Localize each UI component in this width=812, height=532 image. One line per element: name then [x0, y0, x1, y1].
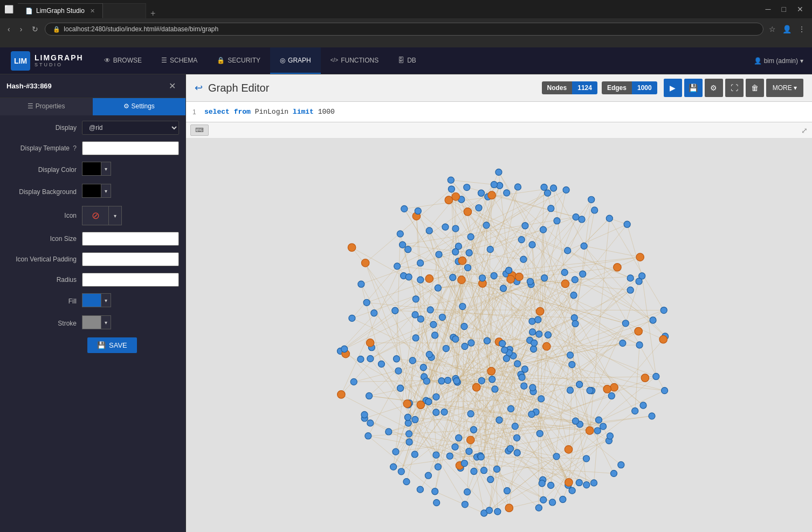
svg-point-423 — [433, 409, 439, 416]
svg-point-514 — [358, 281, 364, 287]
svg-point-559 — [608, 392, 615, 399]
svg-point-496 — [535, 316, 541, 323]
fill-label: Fill — [6, 298, 82, 305]
save-button[interactable]: 💾 SAVE — [87, 337, 137, 353]
sidebar-close-button[interactable]: ✕ — [166, 80, 179, 92]
svg-point-656 — [521, 366, 528, 372]
svg-point-505 — [543, 342, 551, 350]
icon-vertical-padding-input[interactable] — [82, 252, 179, 266]
back-button[interactable]: ‹ — [4, 23, 13, 36]
display-control: @rid — [82, 121, 179, 135]
minimize-button[interactable]: ─ — [761, 4, 775, 15]
icon-size-input[interactable] — [82, 232, 179, 246]
radius-input[interactable] — [82, 273, 179, 287]
nav-item-graph[interactable]: ◎ GRAPH — [270, 47, 321, 74]
bookmark-button[interactable]: ☆ — [767, 23, 778, 36]
delete-graph-button[interactable]: 🗑 — [746, 79, 764, 97]
svg-point-417 — [452, 225, 459, 232]
svg-point-644 — [572, 320, 579, 327]
svg-point-531 — [390, 464, 397, 470]
svg-point-571 — [594, 427, 601, 434]
svg-point-425 — [588, 196, 595, 203]
brand-initial: LIM — [14, 57, 27, 65]
icon-size-label: Icon Size — [6, 235, 82, 243]
svg-point-458 — [442, 224, 449, 230]
play-button[interactable]: ▶ — [664, 79, 682, 97]
more-button[interactable]: MORE ▾ — [766, 79, 803, 97]
svg-point-567 — [412, 296, 419, 302]
svg-point-671 — [622, 320, 629, 327]
new-tab-button[interactable]: + — [146, 9, 160, 18]
icon-label: Icon — [6, 212, 82, 219]
icon-main-button[interactable]: ⊘ — [82, 206, 109, 225]
display-select[interactable]: @rid — [82, 121, 179, 135]
fill-swatch[interactable] — [82, 293, 101, 307]
refresh-button[interactable]: ↻ — [29, 23, 42, 36]
extensions-button[interactable]: ⋮ — [796, 23, 808, 36]
svg-point-599 — [653, 373, 659, 379]
svg-point-646 — [487, 367, 496, 375]
nav-item-browse[interactable]: 👁 BROWSE — [94, 47, 152, 74]
svg-point-618 — [338, 391, 346, 399]
graph-canvas[interactable]: Hash User PinLogin — [186, 139, 812, 532]
fullscreen-button[interactable]: ⛶ — [725, 79, 744, 97]
svg-point-525 — [423, 378, 430, 384]
user-icon: 👤 — [754, 57, 762, 65]
nav-item-security[interactable]: 🔒 SECURITY — [207, 47, 270, 74]
svg-point-551 — [504, 487, 510, 494]
brand-sub: STUDIO — [35, 62, 84, 67]
svg-point-418 — [507, 405, 514, 412]
svg-rect-0 — [186, 139, 812, 532]
svg-point-490 — [363, 299, 370, 306]
svg-point-676 — [478, 454, 484, 460]
nav-item-db[interactable]: 🗄 DB — [388, 47, 426, 74]
active-tab[interactable]: 📄 LimGraph Studio ✕ — [18, 3, 103, 18]
svg-point-550 — [398, 468, 404, 475]
display-template-input[interactable] — [82, 141, 179, 155]
inactive-tab[interactable] — [103, 3, 146, 18]
stroke-swatch[interactable] — [82, 315, 101, 329]
icon-row: Icon ⊘ ▾ — [6, 206, 179, 225]
fill-dropdown-button[interactable]: ▾ — [101, 293, 111, 307]
stroke-dropdown-button[interactable]: ▾ — [101, 315, 111, 329]
tab-settings[interactable]: ⚙ Settings — [93, 98, 185, 115]
close-button[interactable]: ✕ — [793, 4, 808, 15]
svg-point-640 — [404, 414, 411, 420]
query-toolbar: ⌨ ⤢ — [186, 122, 812, 139]
icon-vertical-padding-label: Icon Vertical Padding — [6, 255, 82, 263]
settings-graph-button[interactable]: ⚙ — [705, 79, 723, 97]
edges-label: Edges — [602, 81, 632, 94]
nav-item-schema[interactable]: ☰ SCHEMA — [152, 47, 207, 74]
display-color-swatch[interactable] — [82, 162, 101, 176]
svg-point-660 — [570, 292, 577, 299]
svg-point-452 — [489, 376, 496, 383]
display-background-dropdown-button[interactable]: ▾ — [101, 184, 111, 198]
svg-point-493 — [484, 337, 490, 344]
user-menu[interactable]: 👤 bim (admin) ▾ — [754, 57, 812, 65]
svg-point-562 — [571, 315, 577, 321]
nav-item-functions[interactable]: </> FUNCTIONS — [321, 47, 388, 74]
svg-point-636 — [501, 347, 508, 353]
svg-point-633 — [433, 452, 439, 458]
display-color-dropdown-button[interactable]: ▾ — [101, 162, 111, 176]
address-bar[interactable]: 🔒 localhost:2480/studio/index.html#/data… — [45, 23, 763, 36]
profile-button[interactable]: 👤 — [780, 23, 794, 36]
svg-point-400 — [514, 450, 520, 456]
display-background-swatch[interactable] — [82, 184, 101, 198]
tab-close-icon[interactable]: ✕ — [90, 8, 95, 15]
keyboard-button[interactable]: ⌨ — [190, 125, 209, 136]
expand-button[interactable]: ⤢ — [801, 126, 808, 135]
svg-point-424 — [504, 190, 510, 196]
svg-point-649 — [365, 433, 371, 439]
svg-point-399 — [529, 318, 535, 324]
svg-point-467 — [448, 177, 454, 183]
tab-properties[interactable]: ☰ Properties — [0, 98, 93, 115]
sidebar: Hash-#33:869 ✕ ☰ Properties ⚙ Settings D… — [0, 74, 186, 532]
properties-label: Properties — [36, 102, 65, 110]
maximize-button[interactable]: □ — [777, 4, 790, 15]
svg-point-532 — [412, 312, 418, 318]
icon-dropdown-button[interactable]: ▾ — [109, 206, 122, 225]
forward-button[interactable]: › — [17, 23, 26, 36]
save-graph-button[interactable]: 💾 — [684, 79, 703, 97]
svg-point-466 — [618, 461, 624, 468]
